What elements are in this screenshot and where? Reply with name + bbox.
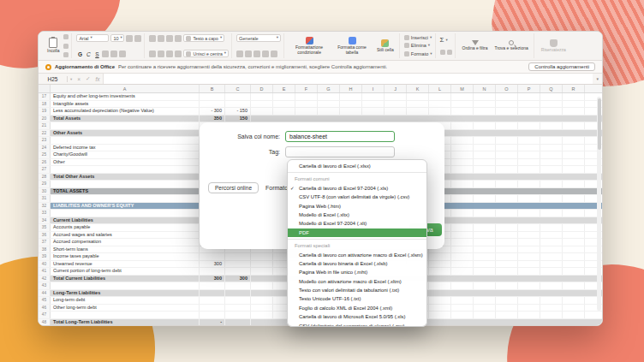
format-cells-button[interactable]: Formato ▾ [404, 51, 432, 56]
row-header-27[interactable]: 27 [39, 166, 51, 173]
row-header-45[interactable]: 45 [39, 297, 51, 304]
insert-function-icon[interactable]: fx [93, 76, 103, 82]
cell-A24[interactable]: Deferred income tax [51, 145, 200, 151]
filename-input[interactable] [285, 131, 395, 142]
cell-C45[interactable] [225, 297, 251, 304]
column-header-R[interactable]: R [563, 85, 585, 92]
row-header-36[interactable]: 36 [39, 232, 51, 239]
cell-A40[interactable]: Unearned revenue [51, 261, 200, 268]
cell-A22[interactable]: Other Assets [51, 130, 200, 137]
cell-A29[interactable] [51, 181, 200, 187]
cell-A43[interactable] [51, 282, 200, 289]
row-header-21[interactable]: 21 [39, 122, 51, 129]
merge-center-button[interactable]: Unisci e centra ▾ [183, 50, 229, 57]
cell-A44[interactable]: Long-Term Liabilities [51, 290, 200, 297]
cell-A37[interactable]: Accrued compensation [51, 239, 200, 246]
cell-B19[interactable]: - 300 [200, 108, 225, 115]
tags-input[interactable] [285, 146, 395, 157]
row-header-31[interactable]: 31 [39, 195, 51, 202]
row-header-34[interactable]: 34 [39, 217, 51, 224]
cell-A38[interactable]: Short-term loans [51, 246, 200, 253]
expand-formula-bar-icon[interactable]: ▾ [593, 76, 602, 81]
cell-A25[interactable]: Charity/Goodwill [51, 151, 200, 158]
align-left-icon[interactable] [149, 50, 156, 57]
column-header-N[interactable]: N [474, 85, 496, 92]
column-header-G[interactable]: G [318, 85, 340, 92]
decrease-decimal-icon[interactable] [271, 50, 277, 57]
cell-A47[interactable] [51, 312, 200, 318]
row-header-30[interactable]: 30 [39, 188, 51, 195]
cell-A42[interactable]: Total Current Liabilities [51, 276, 200, 282]
clear-icon[interactable] [447, 50, 452, 55]
row-header-40[interactable]: 40 [39, 261, 51, 268]
cell-A45[interactable]: Long-term debt [51, 297, 200, 304]
column-header-Q[interactable]: Q [540, 85, 563, 92]
font-color-icon[interactable] [119, 50, 126, 57]
align-top-icon[interactable] [149, 35, 156, 42]
column-header-I[interactable]: I [362, 85, 385, 92]
format-option[interactable]: ✓Cartella di lavoro di Excel 97-2004 (.x… [288, 184, 426, 193]
font-size-select[interactable]: 10 ▾ [110, 34, 124, 42]
cell-A30[interactable]: TOTAL ASSETS [51, 188, 200, 195]
check-updates-button[interactable]: Controlla aggiornamenti [528, 62, 595, 71]
cell-A32[interactable]: LIABILITIES AND OWNER'S EQUITY [51, 203, 200, 210]
cell-B18[interactable] [200, 101, 225, 108]
cell-C43[interactable] [225, 282, 251, 289]
cell-B17[interactable] [200, 93, 225, 100]
row-header-35[interactable]: 35 [39, 224, 51, 231]
row-header-48[interactable]: 48 [39, 319, 51, 326]
row-header-17[interactable]: 17 [39, 93, 51, 100]
format-option[interactable]: Modello con attivazione macro di Excel (… [288, 277, 426, 286]
underline-button[interactable]: S [93, 51, 100, 57]
row-header-23[interactable]: 23 [39, 137, 51, 144]
find-select-button[interactable]: Trova e seleziona [492, 34, 531, 57]
cell-C44[interactable] [225, 290, 251, 297]
sort-filter-button[interactable]: Ordina e filtra [460, 34, 491, 57]
orientation-icon[interactable] [175, 35, 182, 42]
chevron-down-icon[interactable]: ▾ [68, 77, 75, 81]
cell-C42[interactable]: 300 [225, 276, 251, 282]
comma-icon[interactable] [253, 50, 260, 57]
format-option[interactable]: Testo con valori delimitati da tabulazio… [288, 286, 426, 294]
format-option[interactable]: Modello di Excel (.xltx) [288, 211, 426, 219]
column-header-D[interactable]: D [251, 85, 273, 92]
cell-B41[interactable] [200, 268, 225, 275]
cell-A19[interactable]: Less accumulated depreciation (Negative … [51, 108, 200, 115]
cell-C40[interactable] [225, 261, 251, 268]
cell-B40[interactable]: 300 [200, 261, 225, 268]
cell-B39[interactable] [200, 253, 225, 260]
cell-A28[interactable]: Total Other Assets [51, 174, 200, 181]
align-bottom-icon[interactable] [166, 35, 173, 42]
cell-A21[interactable] [51, 122, 200, 129]
row-header-28[interactable]: 28 [39, 174, 51, 181]
cell-C17[interactable] [225, 93, 251, 100]
align-center-icon[interactable] [158, 50, 164, 57]
decrease-indent-icon[interactable] [175, 50, 182, 57]
column-header-M[interactable]: M [451, 85, 474, 92]
grow-font-icon[interactable] [126, 35, 133, 42]
align-right-icon[interactable] [166, 50, 173, 57]
autosum-button[interactable]: Σ ▾ [440, 37, 452, 44]
format-option[interactable]: Cartella di lavoro con attivazione macro… [288, 251, 426, 259]
cell-B47[interactable] [200, 312, 225, 318]
format-option[interactable]: Testo Unicode UTF-16 (.txt) [288, 294, 426, 303]
cell-A39[interactable]: Income taxes payable [51, 253, 200, 260]
cell-A27[interactable] [51, 166, 200, 173]
cell-A36[interactable]: Accrued wages and salaries [51, 232, 200, 239]
format-painter-icon[interactable] [63, 52, 69, 57]
name-box[interactable]: H25 [39, 76, 68, 82]
cell-B44[interactable] [200, 290, 225, 297]
cell-C18[interactable] [225, 101, 251, 108]
cell-C46[interactable] [225, 305, 251, 312]
row-header-42[interactable]: 42 [39, 276, 51, 282]
format-option[interactable]: Cartella di lavoro binaria di Excel (.xl… [288, 259, 426, 268]
cell-A17[interactable]: Equity and other long-term investments [51, 93, 200, 100]
wrap-text-button[interactable]: Testo a capo ▾ [183, 34, 224, 42]
align-middle-icon[interactable] [158, 35, 164, 42]
cell-B20[interactable]: 350 [200, 116, 225, 122]
row-header-37[interactable]: 37 [39, 239, 51, 246]
row-header-19[interactable]: 19 [39, 108, 51, 115]
cell-C39[interactable] [225, 253, 251, 260]
formula-input[interactable] [103, 74, 593, 84]
cell-A23[interactable] [51, 137, 200, 144]
